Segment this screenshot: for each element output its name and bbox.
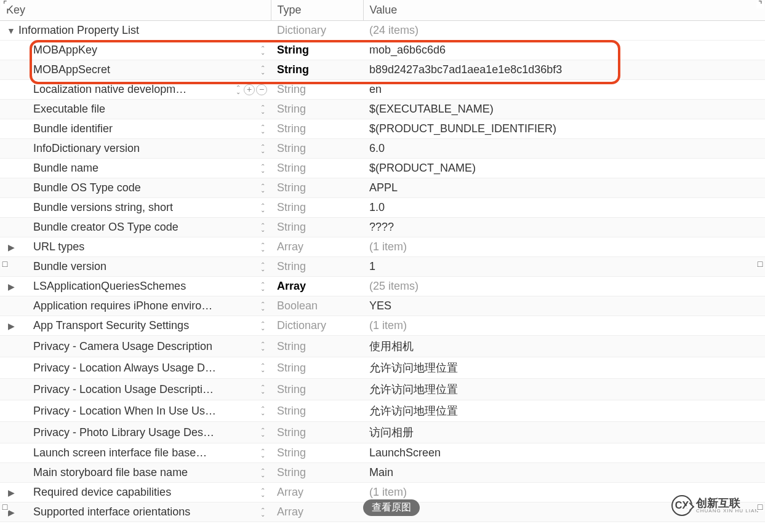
key-stepper-icon[interactable]: ⌃⌄ [258, 508, 267, 517]
plist-key-label[interactable]: Bundle creator OS Type code [33, 221, 255, 234]
plist-key-label[interactable]: Privacy - Location Always Usage D… [33, 362, 255, 375]
key-stepper-icon[interactable]: ⌃⌄ [258, 363, 267, 372]
plist-type-label[interactable]: String [277, 83, 306, 95]
plist-key-label[interactable]: Privacy - Location Usage Descripti… [33, 383, 255, 396]
key-stepper-icon[interactable]: ⌃⌄ [258, 302, 267, 311]
plist-row[interactable]: Main storyboard file base name⌃⌄StringMa… [0, 463, 765, 483]
plist-key-label[interactable]: Localization native developm… [33, 83, 230, 96]
plist-value-label[interactable]: 允许访问地理位置 [369, 405, 458, 417]
plist-value-label[interactable]: 使用相机 [369, 340, 414, 352]
key-stepper-icon[interactable]: ⌃⌄ [258, 322, 267, 330]
plist-type-label[interactable]: String [277, 162, 306, 174]
key-stepper-icon[interactable]: ⌃⌄ [258, 204, 267, 212]
plist-key-label[interactable]: Privacy - Photo Library Usage Des… [33, 426, 255, 439]
key-stepper-icon[interactable]: ⌃⌄ [234, 85, 242, 94]
plist-type-label[interactable]: String [277, 426, 306, 439]
plist-type-label[interactable]: String [277, 181, 306, 194]
plist-key-label[interactable]: Executable file [33, 103, 255, 116]
key-stepper-icon[interactable]: ⌃⌄ [258, 184, 267, 193]
plist-type-label[interactable]: Array [277, 240, 303, 253]
key-stepper-icon[interactable]: ⌃⌄ [258, 342, 267, 351]
plist-type-label[interactable]: String [277, 221, 306, 233]
plist-row[interactable]: Privacy - Location Always Usage D…⌃⌄Stri… [0, 357, 765, 379]
plist-row[interactable]: Bundle name⌃⌄String$(PRODUCT_NAME) [0, 159, 765, 178]
plist-value-label[interactable]: 1 [369, 260, 375, 272]
key-stepper-icon[interactable]: ⌃⌄ [258, 125, 267, 133]
plist-type-label[interactable]: String [277, 260, 306, 272]
key-stepper-icon[interactable]: ⌃⌄ [258, 164, 267, 173]
key-stepper-icon[interactable]: ⌃⌄ [258, 263, 267, 271]
plist-type-label[interactable]: String [277, 44, 309, 56]
plist-key-label[interactable]: Bundle versions string, short [33, 201, 255, 214]
plist-key-label[interactable]: InfoDictionary version [33, 142, 255, 155]
view-original-tooltip[interactable]: 查看原图 [363, 499, 420, 516]
plist-row[interactable]: Localization native developm…⌃⌄+−Stringe… [0, 80, 765, 100]
plist-type-label[interactable]: String [277, 122, 306, 135]
disclosure-triangle-icon[interactable]: ▶ [6, 282, 16, 292]
plist-row[interactable]: InfoDictionary version⌃⌄String6.0 [0, 139, 765, 159]
key-stepper-icon[interactable]: ⌃⌄ [258, 223, 267, 232]
plist-type-label[interactable]: String [277, 383, 306, 395]
key-stepper-icon[interactable]: ⌃⌄ [258, 145, 267, 153]
plist-row[interactable]: Privacy - Photo Library Usage Des…⌃⌄Stri… [0, 422, 765, 443]
plist-row[interactable]: Application requires iPhone enviro…⌃⌄Boo… [0, 296, 765, 316]
disclosure-triangle-icon[interactable]: ▶ [6, 242, 16, 252]
plist-key-label[interactable]: MOBAppKey [33, 44, 255, 57]
plist-value-label[interactable]: $(EXECUTABLE_NAME) [369, 103, 494, 115]
plist-value-label[interactable]: b89d2427a3bc7ad1aea1e1e8c1d36bf3 [369, 63, 562, 76]
plist-row[interactable]: Bundle version⌃⌄String1 [0, 257, 765, 277]
column-header-type[interactable]: Type [271, 0, 363, 21]
disclosure-triangle-icon[interactable]: ▶ [6, 488, 16, 498]
plist-row[interactable]: Bundle creator OS Type code⌃⌄String???? [0, 218, 765, 237]
plist-key-label[interactable]: Required device capabilities [33, 486, 255, 499]
plist-row[interactable]: Bundle OS Type code⌃⌄StringAPPL [0, 178, 765, 198]
plist-type-label[interactable]: String [277, 201, 306, 213]
plist-type-label[interactable]: Array [277, 486, 303, 498]
plist-value-label[interactable]: (1 item) [369, 319, 407, 332]
plist-key-label[interactable]: Launch screen interface file base… [33, 447, 255, 459]
plist-key-label[interactable]: Bundle identifier [33, 122, 255, 135]
plist-value-label[interactable]: 允许访问地理位置 [369, 362, 458, 374]
plist-type-label[interactable]: Boolean [277, 300, 318, 312]
plist-value-label[interactable]: LaunchScreen [369, 447, 441, 459]
plist-type-label[interactable]: String [277, 362, 306, 374]
disclosure-triangle-icon[interactable]: ▼ [6, 26, 16, 36]
remove-button[interactable]: − [256, 84, 267, 95]
key-stepper-icon[interactable]: ⌃⌄ [258, 428, 267, 437]
key-stepper-icon[interactable]: ⌃⌄ [258, 46, 267, 55]
plist-value-label[interactable]: (1 item) [369, 240, 407, 253]
plist-type-label[interactable]: Array [277, 280, 306, 292]
plist-key-label[interactable]: Supported interface orientations [33, 506, 255, 518]
key-stepper-icon[interactable]: ⌃⌄ [258, 105, 267, 114]
plist-value-label[interactable]: 1.0 [369, 201, 385, 213]
plist-key-label[interactable]: Privacy - Camera Usage Description [33, 340, 255, 353]
plist-value-label[interactable]: YES [369, 300, 391, 312]
plist-type-label[interactable]: String [277, 340, 306, 352]
disclosure-triangle-icon[interactable]: ▶ [6, 321, 16, 331]
plist-key-label[interactable]: Bundle name [33, 162, 255, 175]
plist-value-label[interactable]: ???? [369, 221, 394, 233]
plist-type-label[interactable]: String [277, 405, 306, 417]
plist-value-label[interactable]: 允许访问地理位置 [369, 383, 458, 395]
plist-key-label[interactable]: Privacy - Location When In Use Us… [33, 405, 255, 418]
plist-row[interactable]: Bundle versions string, short⌃⌄String1.0 [0, 198, 765, 218]
plist-row[interactable]: Executable file⌃⌄String$(EXECUTABLE_NAME… [0, 100, 765, 119]
plist-root-row[interactable]: ▼ Information Property List Dictionary (… [0, 21, 765, 41]
plist-value-label[interactable]: en [369, 83, 382, 95]
plist-key-label[interactable]: Application requires iPhone enviro… [33, 300, 255, 312]
plist-type-label[interactable]: String [277, 63, 309, 76]
key-stepper-icon[interactable]: ⌃⌄ [258, 66, 267, 74]
plist-row[interactable]: Privacy - Camera Usage Description⌃⌄Stri… [0, 336, 765, 357]
key-stepper-icon[interactable]: ⌃⌄ [258, 469, 267, 477]
plist-key-label[interactable]: Bundle OS Type code [33, 181, 255, 194]
plist-row[interactable]: Launch screen interface file base…⌃⌄Stri… [0, 443, 765, 463]
key-stepper-icon[interactable]: ⌃⌄ [258, 449, 267, 458]
plist-value-label[interactable]: $(PRODUCT_NAME) [369, 162, 476, 174]
root-key-label[interactable]: Information Property List [18, 24, 267, 37]
plist-key-label[interactable]: MOBAppSecret [33, 63, 255, 76]
plist-value-label[interactable]: APPL [369, 181, 398, 194]
key-stepper-icon[interactable]: ⌃⌄ [258, 385, 267, 394]
plist-row[interactable]: Privacy - Location Usage Descripti…⌃⌄Str… [0, 379, 765, 400]
plist-row[interactable]: MOBAppSecret⌃⌄Stringb89d2427a3bc7ad1aea1… [0, 60, 765, 80]
plist-value-label[interactable]: (1 item) [369, 486, 407, 498]
